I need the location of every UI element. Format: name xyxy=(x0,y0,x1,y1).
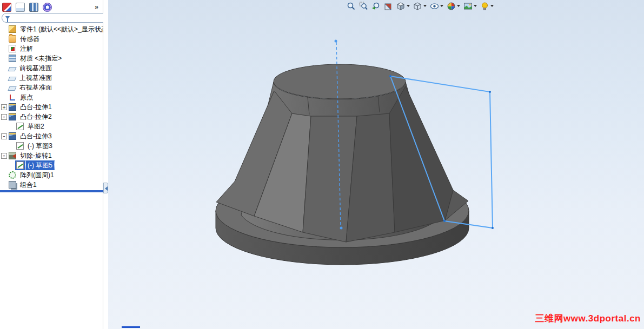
rollback-bar[interactable] xyxy=(0,190,103,192)
display-style-icon xyxy=(413,2,422,11)
tree-item-label[interactable]: 上视基准面 xyxy=(17,73,54,83)
tree-item-boss-extrude2[interactable]: - 凸台-拉伸2 xyxy=(0,112,103,122)
edit-appearance-button[interactable] xyxy=(446,1,461,11)
watermark-text: 三维网www.3dportal.cn xyxy=(535,312,641,325)
origin-icon[interactable] xyxy=(9,93,16,101)
top-face xyxy=(274,64,406,99)
tree-item-label[interactable]: (-) 草图5 xyxy=(25,160,55,170)
document-icon[interactable] xyxy=(16,3,25,12)
app-icon[interactable] xyxy=(2,3,11,12)
chevron-down-icon xyxy=(457,5,460,7)
zoom-to-fit-button[interactable] xyxy=(346,1,356,11)
zoom-to-area-icon xyxy=(359,2,368,11)
tree-item-label[interactable]: 凸台-拉伸3 xyxy=(18,131,54,141)
cut-revolve-icon[interactable] xyxy=(9,152,16,159)
apply-scene-icon xyxy=(463,2,473,11)
tree-item-material[interactable]: 材质 <未指定> xyxy=(0,53,103,63)
view-orientation-icon xyxy=(396,2,406,11)
tree-item-part-root[interactable]: 零件1 (默认<<默认>_显示状态 xyxy=(0,24,103,34)
feature-filter-input[interactable] xyxy=(12,14,104,22)
tree-item-label[interactable]: 右视基准面 xyxy=(17,83,54,92)
tree-item-boss-extrude1[interactable]: + 凸台-拉伸1 xyxy=(0,102,103,112)
tree-item-label[interactable]: 材质 <未指定> xyxy=(18,53,64,63)
plane-icon[interactable] xyxy=(8,77,16,81)
zoom-to-area-button[interactable] xyxy=(358,1,369,11)
edit-appearance-icon xyxy=(447,2,456,11)
tree-item-top-plane[interactable]: 上视基准面 xyxy=(0,73,103,83)
tree-item-label[interactable]: 组合1 xyxy=(18,180,39,190)
tree-item-sketch2[interactable]: 草图2 xyxy=(0,122,103,131)
tree-item-label[interactable]: 零件1 (默认<<默认>_显示状态 xyxy=(18,24,103,34)
expand-toggle[interactable]: - xyxy=(1,153,7,159)
view-orientation-button[interactable] xyxy=(396,1,410,11)
tree-item-annotations[interactable]: 注解 xyxy=(0,44,103,53)
tree-item-sketch5[interactable]: (-) 草图5 xyxy=(0,160,103,170)
grid-icon[interactable] xyxy=(29,3,38,12)
3d-viewport[interactable]: 三维网www.3dportal.cn xyxy=(108,0,644,329)
apply-scene-button[interactable] xyxy=(463,1,477,11)
material-icon[interactable] xyxy=(9,55,16,62)
tree-item-cut-revolve1[interactable]: - 切除-旋转1 xyxy=(0,151,103,160)
toolbar-overflow-chevron[interactable]: » xyxy=(95,3,101,11)
tree-item-label[interactable]: 前视基准面 xyxy=(17,63,54,73)
expand-toggle[interactable]: - xyxy=(1,133,7,139)
boss-extrude-icon[interactable] xyxy=(9,113,16,120)
plane-icon[interactable] xyxy=(8,86,16,91)
previous-view-button[interactable] xyxy=(371,1,381,11)
tree-item-label[interactable]: 切除-旋转1 xyxy=(18,151,54,160)
tree-item-label[interactable]: 草图2 xyxy=(25,122,47,131)
display-style-button[interactable] xyxy=(413,1,427,11)
hide-show-items-icon xyxy=(430,2,439,11)
view-settings-icon xyxy=(480,2,489,11)
hide-show-items-button[interactable] xyxy=(429,1,444,11)
plane-icon[interactable] xyxy=(8,67,16,71)
view-settings-button[interactable] xyxy=(480,1,494,11)
filter-funnel-icon xyxy=(5,16,10,19)
section-view-button[interactable] xyxy=(383,1,394,11)
zoom-to-fit-icon xyxy=(347,2,356,11)
boss-extrude-icon[interactable] xyxy=(9,103,16,111)
section-view-icon xyxy=(384,2,393,11)
sketch-icon[interactable] xyxy=(16,162,24,169)
sketch-icon[interactable] xyxy=(16,123,24,130)
panel-splitter xyxy=(103,0,108,329)
tree-item-label[interactable]: 阵列(圆周)1 xyxy=(18,170,56,180)
chevron-down-icon xyxy=(407,5,410,7)
panel-collapse-handle[interactable] xyxy=(103,183,108,193)
tree-item-label[interactable]: 传感器 xyxy=(18,34,42,44)
sensors-folder-icon[interactable] xyxy=(9,35,16,43)
feature-tree: 零件1 (默认<<默认>_显示状态 传感器 注解 材质 <未指定> 前视基准面 … xyxy=(0,24,103,190)
axis-icon[interactable] xyxy=(43,3,52,12)
combine-icon[interactable] xyxy=(9,181,16,189)
sketch-icon[interactable] xyxy=(16,142,24,150)
previous-view-icon xyxy=(371,2,381,11)
3d-model[interactable] xyxy=(108,0,644,329)
tree-item-label[interactable]: (-) 草图3 xyxy=(25,141,55,151)
tree-item-label[interactable]: 凸台-拉伸1 xyxy=(18,102,54,112)
part-icon[interactable] xyxy=(9,25,16,33)
circular-pattern-icon[interactable] xyxy=(9,171,16,179)
feature-filter-box xyxy=(2,13,108,23)
tree-item-sketch3[interactable]: (-) 草图3 xyxy=(0,141,103,151)
status-line xyxy=(122,326,140,328)
tree-item-label[interactable]: 凸台-拉伸2 xyxy=(18,112,54,122)
expand-toggle[interactable]: + xyxy=(1,104,7,110)
tree-item-right-plane[interactable]: 右视基准面 xyxy=(0,83,103,92)
annotations-folder-icon[interactable] xyxy=(9,45,16,52)
heads-up-view-toolbar xyxy=(346,1,494,11)
chevron-down-icon xyxy=(474,5,477,7)
tree-item-front-plane[interactable]: 前视基准面 xyxy=(0,63,103,73)
chevron-down-icon xyxy=(490,5,494,7)
tree-item-sensors[interactable]: 传感器 xyxy=(0,34,103,44)
tree-item-label[interactable]: 注解 xyxy=(18,44,35,53)
tree-item-circular-pattern1[interactable]: 阵列(圆周)1 xyxy=(0,170,103,180)
expand-toggle[interactable]: - xyxy=(1,114,7,120)
feature-manager-panel: » 零件1 (默认<<默认>_显示状态 传感器 注解 材质 <未指定> xyxy=(0,0,103,329)
tree-item-boss-extrude3[interactable]: - 凸台-拉伸3 xyxy=(0,131,103,141)
chevron-down-icon xyxy=(440,5,443,7)
tree-item-label[interactable]: 原点 xyxy=(18,92,35,102)
left-toolbar: » xyxy=(0,0,103,14)
tree-item-combine1[interactable]: 组合1 xyxy=(0,180,103,190)
tree-item-origin[interactable]: 原点 xyxy=(0,92,103,102)
boss-extrude-icon[interactable] xyxy=(9,132,16,140)
